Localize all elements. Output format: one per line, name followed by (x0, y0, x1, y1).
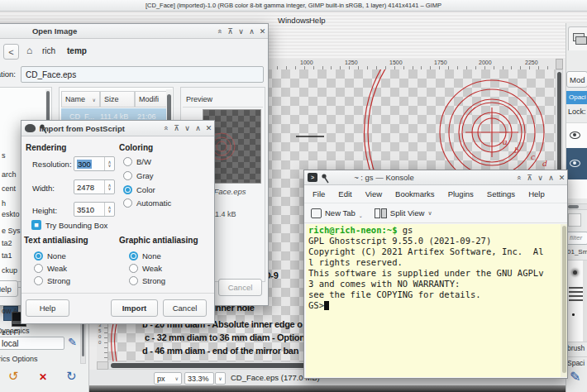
keep-above-icon[interactable]: « (216, 26, 224, 36)
width-spinbox[interactable]: 2478 ∧∨ (74, 179, 115, 194)
sidebar-item[interactable]: ta1 (2, 251, 12, 260)
edit-pencil-icon[interactable]: ✎ (68, 336, 77, 348)
konsole-titlebar[interactable]: > ~ : gs — Konsole « ⊼ ∨ ∧ ✕ (304, 170, 567, 185)
radio-icon[interactable] (129, 276, 138, 285)
graphic-aa-strong[interactable]: Strong (129, 276, 165, 285)
radio-icon[interactable] (123, 171, 132, 180)
reset-icon[interactable]: ↻ (66, 369, 77, 384)
menu-file[interactable]: File (313, 189, 325, 198)
radio-icon[interactable] (34, 276, 43, 285)
layer-mode-dropdown[interactable]: Mod (566, 71, 587, 88)
text-aa-weak[interactable]: Weak (34, 264, 67, 273)
filename-input[interactable]: CD_Face.eps (21, 66, 264, 83)
resolution-spinbox[interactable]: 300 ∧∨ (74, 156, 115, 171)
menu-edit[interactable]: Edit (338, 189, 351, 198)
menu-plugins[interactable]: Plugins (448, 189, 474, 198)
radio-color[interactable]: Color (123, 185, 155, 194)
back-button[interactable]: < (3, 44, 19, 60)
sidebar-item[interactable]: arch (2, 170, 17, 179)
radio-selected-icon[interactable] (123, 185, 132, 194)
open-dialog-help-button[interactable]: Help (0, 280, 18, 297)
spinner-arrows-icon[interactable]: ∧∨ (104, 203, 114, 216)
zoom-dropdown[interactable]: ∨ (215, 372, 226, 385)
keep-above-icon[interactable]: « (514, 172, 523, 183)
breadcrumb-temp[interactable]: temp (67, 46, 87, 55)
brush-scrollbar[interactable] (583, 261, 587, 342)
minimize-icon[interactable]: ∨ (182, 124, 193, 132)
radio-gray[interactable]: Gray (123, 171, 154, 180)
scroll-corner[interactable] (97, 361, 108, 370)
undo-icon[interactable]: ↺ (8, 369, 19, 384)
sidebar-item[interactable]: ta2 (2, 239, 12, 247)
text-aa-none[interactable]: None (34, 251, 66, 261)
dynamics-input[interactable]: local (0, 337, 64, 350)
layer-visible-eye-icon[interactable] (570, 131, 580, 139)
spinner-arrows-icon[interactable]: ∧∨ (104, 180, 114, 194)
sidebar-item[interactable]: ow A (2, 307, 18, 315)
menu-windows[interactable]: Windows (278, 16, 310, 25)
radio-icon[interactable] (123, 157, 132, 166)
sidebar-item[interactable]: s (2, 151, 6, 160)
pin-icon[interactable] (39, 123, 47, 134)
brush-thumbnail[interactable] (573, 270, 577, 275)
sidebar-item[interactable]: eskto (2, 210, 20, 218)
menu-bookmarks[interactable]: Bookmarks (395, 189, 435, 198)
text-aa-strong[interactable]: Strong (34, 276, 70, 285)
column-header-modified[interactable]: Modifi (135, 91, 168, 108)
radio-selected-icon[interactable] (34, 251, 43, 261)
graphic-aa-weak[interactable]: Weak (129, 264, 162, 273)
close-icon[interactable]: ✕ (257, 27, 268, 36)
column-header-size[interactable]: Size (100, 91, 135, 108)
import-button[interactable]: Import (111, 299, 158, 317)
menu-view[interactable]: View (365, 189, 382, 198)
close-icon[interactable]: ✕ (203, 124, 214, 132)
pin-icon[interactable] (321, 173, 329, 184)
maximize-icon[interactable]: ∧ (546, 174, 556, 182)
sidebar-item[interactable]: cent (2, 184, 16, 193)
spinner-arrows-icon[interactable]: ∧∨ (104, 157, 114, 170)
minimize-icon[interactable]: ∨ (535, 174, 546, 182)
maximize-icon[interactable]: ∧ (193, 124, 203, 132)
sidebar-item[interactable]: ckup (2, 266, 17, 275)
ruler-corner-button[interactable] (556, 59, 563, 69)
shade-icon[interactable]: ⊼ (171, 124, 182, 132)
minimize-icon[interactable]: ∨ (236, 27, 246, 36)
terminal-scrollbar[interactable] (561, 224, 567, 377)
radio-selected-icon[interactable] (129, 251, 138, 261)
paintbrush-tool-icon[interactable]: ✎ (570, 369, 580, 385)
unit-dropdown[interactable]: px ∨ (154, 372, 182, 385)
sidebar-item[interactable]: h (2, 199, 6, 208)
import-cancel-button[interactable]: Cancel (163, 299, 207, 317)
gimp-titlebar[interactable]: [CD_Face] (imported)-1.0 (RGB color 8-bi… (0, 0, 587, 12)
home-icon[interactable]: ⌂ (26, 45, 32, 56)
brushes-tab[interactable] (568, 213, 581, 227)
layer-visible-eye-icon[interactable] (570, 160, 580, 167)
shade-icon[interactable]: ⊼ (524, 174, 535, 182)
terminal-scrollbar-thumb[interactable] (562, 226, 566, 373)
layer-row-selected[interactable] (566, 148, 587, 179)
tool-options-scrollbar[interactable] (80, 321, 86, 364)
brush-filter-input[interactable]: filter (566, 232, 587, 245)
layers-tab[interactable] (568, 26, 587, 50)
menu-settings[interactable]: Settings (487, 189, 515, 198)
menu-help[interactable]: Help (309, 16, 326, 25)
radio-automatic[interactable]: Automatic (123, 198, 171, 208)
split-view-button[interactable]: Split View ∨ (375, 208, 432, 218)
shade-icon[interactable]: ⊼ (225, 27, 236, 36)
radio-icon[interactable] (34, 264, 43, 273)
radio-bw[interactable]: B/W (123, 157, 151, 166)
breadcrumb-rich[interactable]: rich (42, 46, 55, 55)
layer-row[interactable] (566, 122, 587, 149)
zoom-value-box[interactable]: 33.3% (184, 372, 214, 385)
new-tab-button[interactable]: New Tab ⌄ (311, 208, 363, 218)
maximize-icon[interactable]: ∧ (246, 27, 257, 36)
import-dialog-titlebar[interactable]: Import from PostScript « ⊼ ∨ ∧ ✕ (21, 121, 214, 136)
sidebar-item[interactable]: e Sys (2, 227, 21, 235)
height-spinbox[interactable]: 3510 ∧∨ (74, 202, 115, 217)
terminal-area[interactable]: rich@rich-neon:~$ gs GPL Ghostscript 9.5… (306, 224, 561, 377)
bounding-box-checkbox[interactable]: ■ Try Bounding Box (31, 220, 107, 230)
import-help-button[interactable]: Help (26, 299, 69, 317)
radio-icon[interactable] (129, 264, 138, 273)
opacity-slider[interactable]: Opaci (566, 91, 587, 104)
close-icon[interactable]: ✕ (556, 174, 567, 182)
